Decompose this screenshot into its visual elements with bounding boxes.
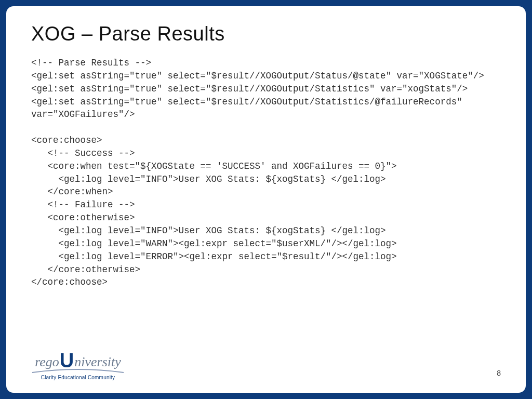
page-number: 8 bbox=[497, 369, 501, 380]
logo-u-glyph: U bbox=[60, 351, 74, 370]
logo-swoosh-icon bbox=[31, 368, 125, 374]
logo-tagline: Clarity Educational Community bbox=[41, 375, 115, 380]
slide-title: XOG – Parse Results bbox=[31, 23, 501, 45]
logo-prefix: rego bbox=[35, 355, 59, 369]
slide-frame: XOG – Parse Results <!-- Parse Results -… bbox=[6, 6, 526, 393]
code-block: <!-- Parse Results --> <gel:set asString… bbox=[31, 57, 501, 289]
logo-suffix: niversity bbox=[74, 355, 121, 369]
slide-footer: regoUniversity Clarity Educational Commu… bbox=[31, 350, 501, 380]
logo-wordmark: regoUniversity bbox=[35, 350, 121, 369]
logo: regoUniversity Clarity Educational Commu… bbox=[31, 350, 125, 380]
